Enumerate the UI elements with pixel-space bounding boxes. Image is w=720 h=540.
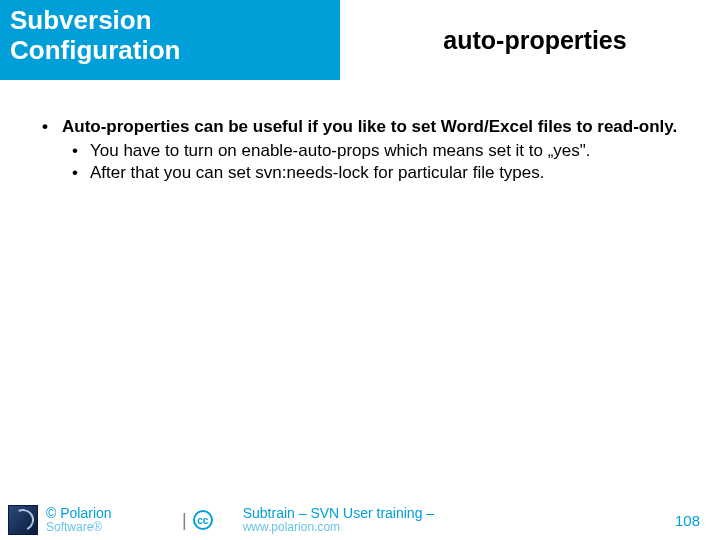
footer-center-line2: www.polarion.com — [243, 521, 675, 534]
footer-copyright: © Polarion Software® — [46, 506, 176, 535]
bullet-sub2: After that you can set svn:needs-lock fo… — [62, 162, 686, 184]
slide-header: Subversion Configuration auto-properties — [0, 0, 720, 80]
footer-center: Subtrain – SVN User training – www.polar… — [243, 506, 675, 535]
header-left-line1: Subversion — [10, 6, 330, 36]
bullet-main: Auto-properties can be useful if you lik… — [34, 116, 686, 184]
page-number: 108 — [675, 512, 700, 529]
header-right-title: auto-properties — [340, 0, 720, 80]
footer-center-line1: Subtrain – SVN User training – — [243, 506, 675, 521]
bullet-sub1: You have to turn on enable-auto-props wh… — [62, 140, 686, 162]
polarion-logo-icon — [8, 505, 38, 535]
footer-copyright-line1: © Polarion — [46, 506, 176, 521]
footer-separator: | — [182, 510, 187, 531]
slide-footer: © Polarion Software® | cc Subtrain – SVN… — [0, 500, 720, 540]
bullet-main-text: Auto-properties can be useful if you lik… — [62, 117, 677, 136]
slide-body: Auto-properties can be useful if you lik… — [0, 80, 720, 184]
header-left-box: Subversion Configuration — [0, 0, 340, 80]
header-left-line2: Configuration — [10, 36, 330, 66]
footer-copyright-line2: Software® — [46, 521, 176, 534]
cc-license-icon: cc — [193, 510, 213, 530]
slide: Subversion Configuration auto-properties… — [0, 0, 720, 540]
